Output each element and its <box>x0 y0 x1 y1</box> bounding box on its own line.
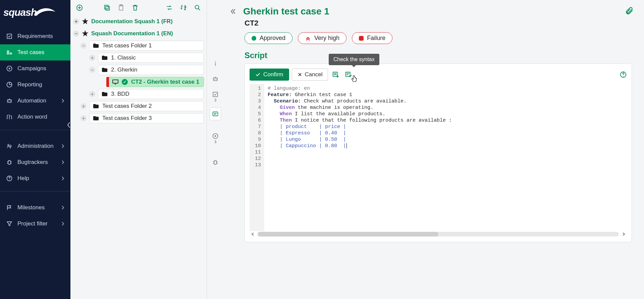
nav-item-requirements[interactable]: Requirements <box>0 28 70 44</box>
svg-point-4 <box>8 101 9 102</box>
nav-item-automation[interactable]: Automation <box>0 93 70 109</box>
collapse-toggle[interactable]: − <box>73 31 79 37</box>
tree-folder[interactable]: −Test cases Folder 1 <box>72 40 204 52</box>
folder-icon <box>93 43 99 48</box>
detail-tab-rail: 3 3 <box>207 0 224 299</box>
nav-label: Milestones <box>17 204 45 211</box>
nav-item-actionword[interactable]: Action word <box>0 109 70 125</box>
insert-snippet-icon[interactable] <box>331 70 341 80</box>
transfer-icon[interactable] <box>166 4 173 11</box>
chevron-right-icon <box>61 98 64 103</box>
tree-pane: +★Documentation Squash 1 (FR)−★Squash Do… <box>70 0 207 299</box>
paste-icon[interactable] <box>117 4 125 11</box>
folder-icon <box>102 55 108 60</box>
delete-icon[interactable] <box>131 4 139 11</box>
tree-folder[interactable]: +3. BDD <box>72 88 204 100</box>
help-icon[interactable] <box>620 71 627 78</box>
code-gutter: 12345678910111213 <box>250 84 264 231</box>
status-pill-approved[interactable]: Approved <box>245 32 292 44</box>
svg-point-14 <box>195 5 199 9</box>
svg-rect-21 <box>213 92 217 96</box>
nav-item-projectfilter[interactable]: Project filter <box>0 216 70 232</box>
svg-point-19 <box>214 79 215 80</box>
collapse-detail-icon[interactable] <box>230 8 236 15</box>
nav-item-administration[interactable]: Administration <box>0 138 70 154</box>
expand-toggle[interactable]: + <box>89 55 95 61</box>
confirm-label: Confirm <box>263 71 283 78</box>
chevron-right-icon <box>61 160 64 165</box>
nav-label: Help <box>17 175 29 182</box>
expand-toggle[interactable]: + <box>80 103 87 109</box>
folder-icon <box>102 91 108 97</box>
tree-folder[interactable]: +Test cases Folder 3 <box>72 112 204 124</box>
copy-icon[interactable] <box>103 4 111 11</box>
svg-rect-18 <box>213 78 217 81</box>
rail-info-icon[interactable] <box>210 57 221 70</box>
expand-toggle[interactable]: + <box>80 115 87 121</box>
rail-exec-badge: 3 <box>214 140 216 144</box>
nav-label: Requirements <box>17 33 53 40</box>
nav-item-bugtrackers[interactable]: Bugtrackers <box>0 154 70 170</box>
rail-script-icon[interactable] <box>210 108 221 120</box>
test-case-reference: CT2 <box>245 19 632 28</box>
attachment-icon[interactable] <box>625 7 634 15</box>
svg-point-6 <box>8 161 11 165</box>
cancel-label: Cancel <box>305 71 323 78</box>
rail-steps-icon[interactable]: 3 <box>210 88 221 105</box>
nav-label: Test cases <box>17 49 44 56</box>
cancel-button[interactable]: Cancel <box>292 69 328 81</box>
campaigns-icon <box>6 65 13 72</box>
nav-item-reporting[interactable]: Reporting <box>0 77 70 93</box>
detail-pane: Gherkin test case 1 CT2 Approved Very hi… <box>224 0 644 299</box>
rail-robot-icon[interactable] <box>210 73 221 85</box>
collapse-toggle[interactable]: − <box>89 67 95 73</box>
importance-pill[interactable]: Very high <box>298 32 346 44</box>
milestones-icon <box>6 204 13 211</box>
check-syntax-icon[interactable] <box>343 70 354 80</box>
tree-folder[interactable]: −2. Gherkin <box>72 64 204 76</box>
importance-label: Very high <box>314 35 339 42</box>
confirm-button[interactable]: Confirm <box>250 69 289 81</box>
svg-rect-15 <box>113 80 118 83</box>
expand-toggle[interactable]: + <box>73 18 79 25</box>
nav-item-help[interactable]: Help <box>0 170 70 186</box>
folder-name: Test cases Folder 3 <box>102 115 152 122</box>
tree-project[interactable]: −★Squash Documentation 1 (EN) <box>72 28 204 40</box>
svg-point-16 <box>215 61 216 62</box>
tree-testcase[interactable]: +✓CT2 - Gherkin test case 1 <box>72 76 204 88</box>
page-title: Gherkin test case 1 <box>243 6 329 17</box>
add-icon[interactable] <box>76 4 83 11</box>
requirements-icon <box>6 33 13 40</box>
actionword-icon <box>6 114 13 120</box>
folder-icon <box>102 67 108 73</box>
rail-steps-badge: 3 <box>214 98 216 102</box>
rail-bug-icon[interactable] <box>210 156 221 169</box>
bugtrackers-icon <box>6 159 13 166</box>
folder-icon <box>93 103 99 109</box>
sort-icon[interactable] <box>180 4 187 11</box>
editor-toolbar: Check the syntax Confirm Cancel <box>250 69 627 81</box>
svg-rect-10 <box>106 6 109 10</box>
nav-label: Automation <box>17 97 46 104</box>
administration-icon <box>6 143 13 150</box>
folder-name: 3. BDD <box>111 91 129 97</box>
code-area[interactable]: 12345678910111213 # language: enFeature:… <box>250 84 627 231</box>
svg-rect-17 <box>215 63 216 66</box>
status-label: Approved <box>260 35 285 42</box>
exec-status-pill[interactable]: Failure <box>352 32 392 44</box>
rail-exec-icon[interactable]: 3 <box>210 130 221 146</box>
nav-label: Campaigns <box>17 65 46 72</box>
nav-item-campaigns[interactable]: Campaigns <box>0 60 70 77</box>
horizontal-scrollbar[interactable] <box>250 231 627 237</box>
automation-icon <box>6 97 13 104</box>
tree-folder[interactable]: +Test cases Folder 2 <box>72 100 204 112</box>
code-lines[interactable]: # language: enFeature: Gherkin test case… <box>264 84 627 231</box>
collapse-toggle[interactable]: − <box>80 43 87 49</box>
search-icon[interactable] <box>194 4 201 11</box>
nav-item-testcases[interactable]: Test cases <box>0 44 70 60</box>
nav-item-milestones[interactable]: Milestones <box>0 200 70 216</box>
expand-toggle[interactable]: + <box>89 91 95 97</box>
projectfilter-icon <box>6 220 13 227</box>
tree-project[interactable]: +★Documentation Squash 1 (FR) <box>72 15 204 28</box>
tree-folder[interactable]: +1. Classic <box>72 52 204 64</box>
